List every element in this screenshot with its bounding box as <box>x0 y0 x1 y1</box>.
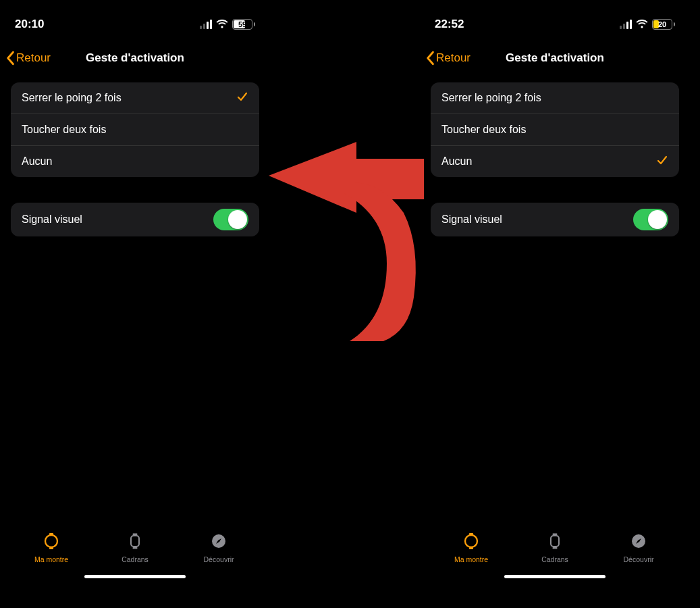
battery-text: 20 <box>658 20 666 28</box>
svg-rect-8 <box>469 533 473 535</box>
page-title: Geste d'activation <box>506 51 604 65</box>
back-label: Retour <box>436 51 470 65</box>
visual-signal-row: Signal visuel <box>11 203 259 236</box>
svg-rect-11 <box>553 534 558 536</box>
option-none[interactable]: Aucun <box>431 145 679 177</box>
option-double-tap[interactable]: Toucher deux fois <box>431 113 679 145</box>
compass-icon <box>210 532 227 553</box>
home-indicator <box>504 575 605 578</box>
visual-signal-switch[interactable] <box>213 209 248 230</box>
status-time: 22:52 <box>435 18 464 31</box>
cellular-icon <box>620 20 632 29</box>
option-clench-twice[interactable]: Serrer le poing 2 fois <box>11 82 259 113</box>
wifi-icon <box>636 20 648 29</box>
home-indicator <box>84 575 186 578</box>
watch-icon <box>43 532 60 553</box>
option-label: Aucun <box>22 155 52 168</box>
page-title: Geste d'activation <box>86 51 184 65</box>
status-bar: 20:10 59 <box>0 0 270 39</box>
option-double-tap[interactable]: Toucher deux fois <box>11 113 259 145</box>
tab-label: Ma montre <box>34 555 68 563</box>
visual-signal-label: Signal visuel <box>22 213 82 226</box>
battery-icon: 20 <box>652 19 675 30</box>
option-label: Serrer le poing 2 fois <box>22 92 122 104</box>
faces-icon <box>546 532 564 553</box>
option-label: Serrer le poing 2 fois <box>441 92 541 104</box>
chevron-left-icon <box>5 51 15 66</box>
option-label: Toucher deux fois <box>441 124 526 136</box>
screenshot-left: 20:10 59 <box>0 0 270 581</box>
svg-point-0 <box>45 535 57 547</box>
svg-rect-10 <box>551 536 559 547</box>
tab-label: Cadrans <box>541 555 568 563</box>
chevron-left-icon <box>425 51 435 66</box>
svg-rect-2 <box>49 547 53 549</box>
nav-header: Retour Geste d'activation <box>0 43 270 73</box>
svg-rect-9 <box>469 547 473 549</box>
gesture-options-group: Serrer le poing 2 fois Toucher deux fois… <box>431 82 679 177</box>
tab-bar: Ma montre Cadrans Découvrir <box>420 527 690 569</box>
option-none[interactable]: Aucun <box>11 145 259 177</box>
svg-rect-1 <box>49 533 53 535</box>
status-right: 59 <box>200 19 255 30</box>
visual-signal-label: Signal visuel <box>441 213 502 226</box>
tab-label: Cadrans <box>122 555 149 563</box>
svg-rect-4 <box>133 534 138 536</box>
svg-point-7 <box>465 535 477 547</box>
tab-discover[interactable]: Découvrir <box>188 532 249 563</box>
back-label: Retour <box>16 51 51 65</box>
tab-faces[interactable]: Cadrans <box>105 532 165 563</box>
back-button[interactable]: Retour <box>425 51 470 66</box>
option-clench-twice[interactable]: Serrer le poing 2 fois <box>431 82 679 113</box>
status-right: 20 <box>620 19 675 30</box>
option-label: Toucher deux fois <box>22 124 106 136</box>
visual-signal-row: Signal visuel <box>431 203 679 236</box>
watch-icon <box>462 532 480 553</box>
nav-header: Retour Geste d'activation <box>420 43 690 73</box>
svg-rect-3 <box>131 536 139 547</box>
svg-rect-5 <box>133 547 138 549</box>
tab-label: Ma montre <box>454 555 488 563</box>
tab-my-watch[interactable]: Ma montre <box>441 532 502 563</box>
battery-icon: 59 <box>232 19 255 30</box>
svg-rect-12 <box>553 547 558 549</box>
tab-bar: Ma montre Cadrans Découvrir <box>0 527 270 569</box>
status-time: 20:10 <box>15 18 44 31</box>
annotation-arrow-icon <box>269 142 424 347</box>
tab-label: Découvrir <box>204 555 234 563</box>
option-label: Aucun <box>441 155 472 168</box>
back-button[interactable]: Retour <box>5 51 51 66</box>
cellular-icon <box>200 20 212 29</box>
tab-my-watch[interactable]: Ma montre <box>21 532 82 563</box>
checkmark-icon <box>656 154 668 169</box>
faces-icon <box>126 532 144 553</box>
wifi-icon <box>216 20 228 29</box>
tab-faces[interactable]: Cadrans <box>524 532 585 563</box>
tab-discover[interactable]: Découvrir <box>608 532 669 563</box>
visual-signal-switch[interactable] <box>633 209 668 230</box>
checkmark-icon <box>236 91 248 105</box>
gesture-options-group: Serrer le poing 2 fois Toucher deux fois… <box>11 82 259 177</box>
tab-label: Découvrir <box>624 555 654 563</box>
status-bar: 22:52 20 <box>420 0 690 39</box>
screenshot-right: 22:52 20 <box>420 0 690 581</box>
battery-text: 59 <box>238 20 246 28</box>
compass-icon <box>630 532 647 553</box>
